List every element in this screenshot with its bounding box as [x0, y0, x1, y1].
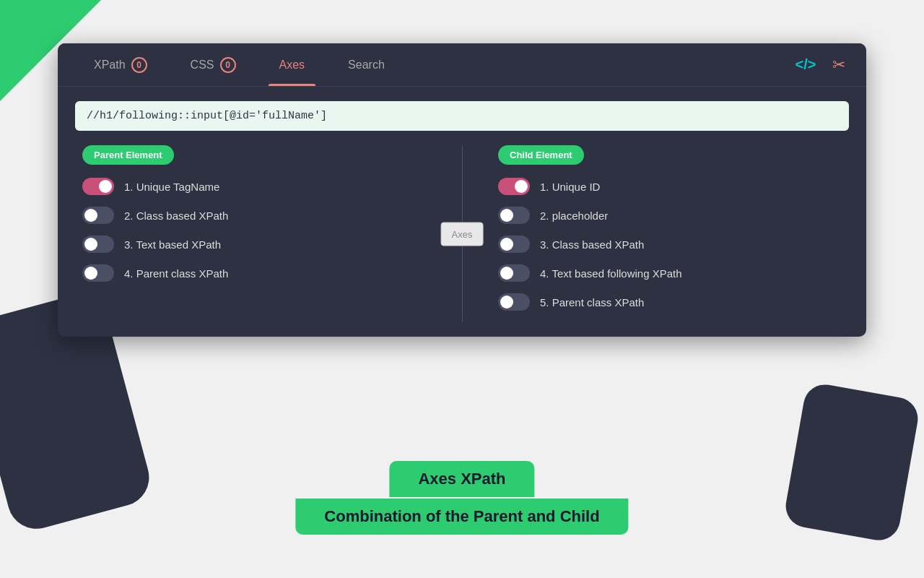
- parent-column: Parent Element 1. Unique TagName: [75, 145, 433, 322]
- child-toggle-1: 1. Unique ID: [498, 178, 842, 195]
- child-toggle-1-switch[interactable]: [498, 178, 530, 195]
- parent-toggle-3-switch[interactable]: [82, 236, 114, 253]
- divider-col: Axes: [433, 145, 491, 322]
- tab-search[interactable]: Search: [326, 43, 406, 86]
- tab-xpath-label: XPath: [94, 59, 126, 72]
- child-toggle-1-knob: [515, 180, 528, 193]
- parent-toggle-4: 4. Parent class XPath: [82, 264, 426, 282]
- parent-toggle-1: 1. Unique TagName: [82, 178, 426, 195]
- tab-search-label: Search: [348, 59, 385, 72]
- child-toggle-3-switch[interactable]: [498, 236, 530, 253]
- parent-toggle-1-switch[interactable]: [82, 178, 114, 195]
- child-toggle-2-switch[interactable]: [498, 207, 530, 224]
- scissors-icon-button[interactable]: ✂: [826, 52, 852, 78]
- child-toggle-4-knob: [500, 267, 513, 280]
- bg-decoration-bottom-right: [783, 381, 921, 544]
- code-icon: </>: [796, 56, 816, 73]
- parent-toggle-3: 3. Text based XPath: [82, 236, 426, 253]
- axes-center-label: Axes: [441, 222, 484, 246]
- child-toggle-1-label: 1. Unique ID: [540, 181, 600, 193]
- child-toggle-3: 3. Class based XPath: [498, 236, 842, 253]
- parent-toggle-1-label: 1. Unique TagName: [124, 181, 219, 193]
- scissors-icon: ✂: [832, 56, 845, 74]
- two-col-layout: Parent Element 1. Unique TagName: [75, 145, 849, 322]
- tab-xpath[interactable]: XPath 0: [72, 43, 169, 86]
- child-toggle-5-label: 5. Parent class XPath: [540, 296, 644, 309]
- child-toggle-4: 4. Text based following XPath: [498, 264, 842, 282]
- child-toggle-3-label: 3. Class based XPath: [540, 238, 644, 251]
- tab-axes[interactable]: Axes: [258, 43, 327, 86]
- tab-axes-label: Axes: [279, 59, 305, 72]
- tab-css-badge: 0: [220, 57, 236, 73]
- bottom-caption: Axes XPath Combination of the Parent and…: [295, 461, 628, 535]
- parent-toggle-3-label: 3. Text based XPath: [124, 238, 221, 251]
- xpath-input[interactable]: [75, 101, 849, 131]
- child-toggle-3-knob: [500, 238, 513, 251]
- tab-bar: XPath 0 CSS 0 Axes Search </> ✂: [58, 43, 866, 87]
- axes-panel: XPath 0 CSS 0 Axes Search </> ✂: [58, 43, 866, 337]
- child-toggle-2-knob: [500, 209, 513, 222]
- child-badge: Child Element: [498, 145, 584, 165]
- child-toggle-5-switch[interactable]: [498, 293, 530, 311]
- tab-xpath-badge: 0: [131, 57, 147, 73]
- parent-badge: Parent Element: [82, 145, 174, 165]
- code-icon-button[interactable]: </>: [793, 52, 819, 78]
- panel-body: Parent Element 1. Unique TagName: [58, 87, 866, 337]
- tab-css[interactable]: CSS 0: [169, 43, 258, 86]
- parent-toggle-4-switch[interactable]: [82, 264, 114, 282]
- parent-toggle-2-knob: [84, 209, 97, 222]
- child-toggle-5-knob: [500, 296, 513, 309]
- child-toggle-4-switch[interactable]: [498, 264, 530, 282]
- child-toggle-4-label: 4. Text based following XPath: [540, 267, 682, 280]
- child-toggle-2-label: 2. placeholder: [540, 210, 608, 222]
- caption-line1: Axes XPath: [389, 461, 534, 497]
- tab-css-label: CSS: [191, 59, 214, 72]
- parent-toggle-2-switch[interactable]: [82, 207, 114, 224]
- child-toggle-2: 2. placeholder: [498, 207, 842, 224]
- child-column: Child Element 1. Unique ID: [491, 145, 849, 322]
- main-wrapper: XPath 0 CSS 0 Axes Search </> ✂: [58, 43, 866, 337]
- parent-toggle-4-label: 4. Parent class XPath: [124, 267, 228, 280]
- parent-toggle-3-knob: [84, 238, 97, 251]
- parent-toggle-2-label: 2. Class based XPath: [124, 210, 228, 222]
- child-toggle-5: 5. Parent class XPath: [498, 293, 842, 311]
- parent-toggle-1-knob: [99, 180, 112, 193]
- parent-toggle-4-knob: [84, 267, 97, 280]
- parent-toggle-2: 2. Class based XPath: [82, 207, 426, 224]
- caption-line2: Combination of the Parent and Child: [295, 499, 628, 535]
